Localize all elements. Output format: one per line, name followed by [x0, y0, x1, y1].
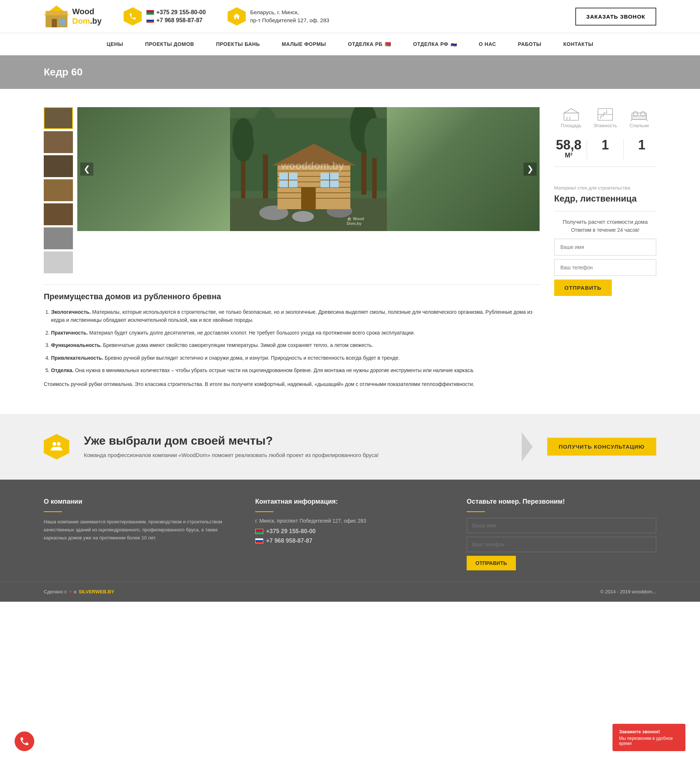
form-phone-input[interactable] [554, 259, 656, 276]
svg-line-47 [631, 120, 632, 122]
article-list-item: Привлекательность. Бревно ручной рубки в… [51, 354, 540, 362]
page-title-bar: Кедр 60 [0, 55, 700, 89]
nav-houses[interactable]: ПРОЕКТЫ ДОМОВ [134, 33, 205, 55]
spec-floors-value: 1 [591, 138, 619, 151]
footer-divider-3 [467, 511, 485, 512]
footer-phone-2[interactable]: +7 968 958-87-87 [255, 538, 445, 544]
main-image: wooddom.by 🏠 Wood Dom.by ❮ ❯ [77, 107, 540, 231]
thumbnail-7[interactable] [44, 252, 73, 273]
svg-marker-38 [564, 109, 578, 113]
article-footer-text: Стоимость ручной рубки оптимальна. Это к… [44, 380, 540, 388]
header: Wood Dom.by +375 29 155-80-00 +7 968 958… [0, 0, 700, 33]
nav-works[interactable]: РАБОТЫ [507, 33, 552, 55]
footer-flag-ru [255, 538, 263, 543]
form-submit-button[interactable]: ОТПРАВИТЬ [554, 280, 612, 296]
form-title: Получить расчет стоимости дома [554, 219, 656, 225]
footer-name-input[interactable] [467, 518, 656, 533]
thumbnail-2[interactable] [44, 131, 73, 153]
spec-area-value: 58,8 [554, 138, 583, 151]
carousel-prev-button[interactable]: ❮ [80, 163, 93, 176]
svg-rect-2 [52, 19, 57, 27]
footer-phone-input[interactable] [467, 537, 656, 552]
footer-callback-title: Оставьте номер. Перезвоним! [467, 498, 656, 505]
cta-subtitle: Команда профессионалов компании «WoodDom… [84, 451, 507, 460]
flag-by [146, 10, 154, 15]
footer-divider-2 [255, 511, 273, 512]
svg-rect-37 [564, 113, 578, 120]
order-call-button[interactable]: ЗАКАЗАТЬ ЗВОНОК [575, 8, 656, 26]
form-name-input[interactable] [554, 239, 656, 255]
spec-divider-2 [623, 138, 624, 159]
spec-floors-icon-col: Этажность [588, 107, 622, 131]
svg-point-8 [232, 118, 254, 162]
content-right: Площадь Этажность Спа [554, 107, 656, 388]
footer-credit: Сделано с ♥ в SILVERWEB.BY [44, 589, 114, 594]
bedrooms-icon [630, 107, 648, 122]
nav-about[interactable]: О НАС [468, 33, 507, 55]
floors-icon [596, 107, 614, 122]
main-nav: ЦЕНЫПРОЕКТЫ ДОМОВПРОЕКТЫ БАНЬМАЛЫЕ ФОРМЫ… [0, 33, 700, 55]
nav-baths[interactable]: ПРОЕКТЫ БАНЬ [205, 33, 270, 55]
thumbnail-5[interactable] [44, 203, 73, 225]
nav-small[interactable]: МАЛЫЕ ФОРМЫ [271, 33, 337, 55]
footer-col-contacts: Контактная информация: г. Минск, проспек… [255, 498, 445, 571]
cabin-illustration: wooddom.by 🏠 Wood Dom.by [77, 107, 540, 231]
carousel-next-button[interactable]: ❯ [524, 163, 537, 176]
phone-number-1[interactable]: +375 29 155-80-00 [146, 9, 206, 16]
nav-flag-by: 🇧🇾 [385, 41, 391, 47]
material-value: Кедр, лиственница [554, 194, 656, 204]
home-icon [232, 12, 240, 20]
spec-area-icon-col: Площадь [554, 107, 588, 131]
footer-submit-button[interactable]: ОТПРАВИТЬ [467, 556, 516, 571]
thumbnail-3[interactable] [44, 155, 73, 177]
phone-block: +375 29 155-80-00 +7 968 958-87-87 [124, 7, 206, 26]
footer-copyright: © 2014 - 2019 wooddom... [601, 589, 656, 594]
address-block: Беларусь, г. Минск, пр-т Победителей 127… [227, 7, 329, 26]
article-list: Экологичность. Материалы, которые исполь… [44, 308, 540, 374]
footer-address: г. Минск, проспект Победителей 127, офис… [255, 518, 445, 524]
spec-area: 58,8 М² [554, 138, 583, 159]
spec-bedrooms-icon-col: Спальни [623, 107, 656, 131]
svg-text:wooddom.by: wooddom.by [281, 160, 344, 171]
svg-point-10 [253, 107, 278, 155]
footer: О компании Наша компания занимается прое… [0, 480, 700, 602]
nav-prices[interactable]: ЦЕНЫ [96, 33, 134, 55]
thumbnail-1[interactable] [44, 107, 73, 129]
specs-values: 58,8 М² 1 1 [554, 138, 656, 167]
heart-icon: ♥ [69, 589, 72, 594]
logo[interactable]: Wood Dom.by [44, 4, 102, 29]
cta-arrow [522, 432, 533, 461]
spec-bedrooms-label: Спальни [623, 123, 656, 128]
spec-bedrooms: 1 [628, 138, 656, 159]
svg-line-48 [646, 120, 647, 122]
main-image-wrap: wooddom.by 🏠 Wood Dom.by ❮ ❯ [77, 107, 540, 231]
footer-phone-1[interactable]: +375 29 155-80-00 [255, 528, 445, 535]
cta-section: Уже выбрали дом своей мечты? Команда про… [0, 414, 700, 480]
page-title: Кедр 60 [44, 66, 656, 78]
gallery-divider [44, 284, 540, 285]
footer-divider-1 [44, 511, 62, 512]
svg-text:Dom.by: Dom.by [347, 221, 362, 225]
article-list-item: Отделка. Она нужна в минимальных количес… [51, 366, 540, 374]
material-label: Материал стен для строительства: [554, 185, 656, 191]
logo-text: Wood Dom.by [72, 7, 102, 26]
svg-point-17 [292, 211, 314, 222]
footer-col-callback: Оставьте номер. Перезвоним! ОТПРАВИТЬ [467, 498, 656, 571]
silverweb-link[interactable]: SILVERWEB.BY [79, 589, 114, 594]
main-content: wooddom.by 🏠 Wood Dom.by ❮ ❯ Преимуществ… [0, 89, 700, 407]
nav-finish-rb[interactable]: ОТДЕЛКА РБ🇧🇾 [337, 33, 402, 55]
cta-title: Уже выбрали дом своей мечты? [84, 434, 507, 447]
footer-about-title: О компании [44, 498, 233, 505]
phone-number-2[interactable]: +7 968 958-87-87 [146, 17, 206, 24]
article-title: Преимущества домов из рубленного бревна [44, 292, 540, 301]
svg-rect-44 [632, 116, 646, 120]
nav-contacts[interactable]: КОНТАКТЫ [552, 33, 604, 55]
cta-consult-button[interactable]: ПОЛУЧИТЬ КОНСУЛЬТАЦИЮ [547, 438, 656, 456]
cta-text: Уже выбрали дом своей мечты? Команда про… [84, 434, 507, 460]
article-list-item: Функциональность. Бревенчатые дома имеют… [51, 341, 540, 349]
thumbnail-6[interactable] [44, 227, 73, 249]
spec-bedrooms-value: 1 [628, 138, 656, 151]
nav-finish-rf[interactable]: ОТДЕЛКА РФ🇷🇺 [402, 33, 468, 55]
thumbnail-4[interactable] [44, 179, 73, 201]
svg-rect-46 [641, 112, 645, 116]
